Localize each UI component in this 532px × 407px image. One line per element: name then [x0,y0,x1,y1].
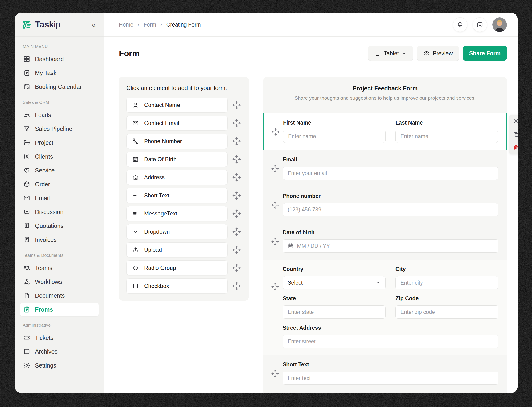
field-country: Country Select [283,266,386,289]
eye-icon [423,50,430,57]
sidebar-item-documents[interactable]: Documents [20,289,99,302]
sidebar-item-froms[interactable]: Froms [20,303,99,316]
field-block-email[interactable]: Email [263,150,507,187]
zip-input[interactable] [395,305,498,319]
sidebar-item-discussion[interactable]: Discussion [20,205,99,219]
share-form-button[interactable]: Share Form [463,46,507,61]
elements-heading: Click an element to add it to your form: [126,85,241,91]
state-input[interactable] [283,305,386,319]
sidebar-item-tickets[interactable]: Tickets [20,331,99,344]
sidebar-item-project[interactable]: Project [20,136,99,149]
element-row: Dropdown [126,224,241,239]
field-label: Street Address [283,325,498,331]
inbox-button[interactable] [473,17,487,32]
sidebar-item-email[interactable]: Email [20,192,99,205]
upload-icon [132,247,139,253]
move-icon[interactable] [271,237,279,246]
square-icon [132,283,139,289]
move-icon[interactable] [271,282,279,291]
field-block-phone[interactable]: Phone number [263,187,507,223]
field-block-dob[interactable]: Date of birth [263,223,507,260]
breadcrumb-home[interactable]: Home [119,22,133,28]
sidebar-collapse-icon[interactable]: « [90,20,97,30]
taskip-logo-icon [21,19,32,30]
field-block-short-text-1[interactable]: Short Text [263,355,507,392]
element-checkbox[interactable]: Checkbox [126,278,228,294]
drag-handle-icon[interactable] [232,281,241,291]
brand-logo[interactable]: Taskip [21,19,60,30]
sidebar-item-dashboard[interactable]: Dashboard [20,52,99,66]
element-date-of-birth[interactable]: Date Of Birth [126,152,228,167]
avatar[interactable] [492,17,507,32]
sidebar-item-invoices[interactable]: Invoices [20,233,99,246]
sidebar-item-order[interactable]: Order [20,178,99,191]
drag-handle-icon[interactable] [232,155,241,164]
sidebar-item-service[interactable]: Service [20,164,99,177]
drag-handle-icon[interactable] [232,100,241,110]
sidebar-item-settings[interactable]: Settings [20,359,99,372]
device-select-button[interactable]: Tablet [368,46,413,61]
dob-input[interactable] [297,243,493,249]
last-name-input[interactable] [395,130,498,143]
id-card-icon [23,153,30,160]
element-contact-email[interactable]: Contact Email [126,116,228,131]
element-address[interactable]: Address [126,170,228,185]
drag-handle-icon[interactable] [232,118,241,128]
drag-handle-icon[interactable] [232,173,241,182]
element-row: Address [126,170,241,185]
move-icon[interactable] [271,201,279,209]
move-icon[interactable] [271,369,279,378]
sidebar-item-quotations[interactable]: Quotations [20,219,99,232]
chevron-down-icon [375,280,381,286]
form-rows: First Name Last Name [263,113,507,393]
sidebar-item-clients[interactable]: Clients [20,150,99,163]
receipt-icon [23,236,30,243]
drag-handle-icon[interactable] [232,245,241,254]
move-icon[interactable] [271,128,280,136]
element-contact-name[interactable]: Contact Name [126,98,228,113]
sidebar-item-leads[interactable]: Leads [20,108,99,121]
field-duplicate-button[interactable] [509,128,518,141]
first-name-input[interactable] [283,130,386,143]
drag-handle-icon[interactable] [232,263,241,273]
sidebar-item-workflows[interactable]: Workflows [20,275,99,288]
phone-input[interactable] [283,203,498,216]
field-block-name[interactable]: First Name Last Name [263,113,507,150]
inbox-tray-icon [476,21,483,28]
drag-handle-icon[interactable] [232,227,241,236]
field-block-address[interactable]: Country Select City [263,260,507,355]
field-settings-button[interactable] [509,115,518,128]
element-short-text[interactable]: Short Text [126,188,228,203]
field-label: Zip Code [395,295,498,302]
sidebar-item-booking-calendar[interactable]: Booking Calendar [20,80,99,93]
breadcrumb-form[interactable]: Form [144,22,156,28]
field-state: State [283,295,386,319]
drag-handle-icon[interactable] [232,209,241,218]
topbar-actions [453,17,507,32]
street-input[interactable] [283,335,498,348]
short-text-input[interactable] [283,372,498,385]
preview-button[interactable]: Preview [417,46,459,61]
sidebar-item-teams[interactable]: Teams [20,261,99,274]
sidebar: Taskip « MAIN MENU Dashboard My Task Boo… [15,13,104,393]
country-select[interactable]: Select [283,276,386,289]
element-radio-group[interactable]: Radio Group [126,260,228,275]
element-phone-number[interactable]: Phone Number [126,134,228,149]
sidebar-item-archives[interactable]: Archives [20,345,99,358]
drag-handle-icon[interactable] [232,137,241,146]
move-icon[interactable] [271,164,279,173]
element-row: Upload [126,242,241,257]
notifications-button[interactable] [453,17,467,32]
element-upload[interactable]: Upload [126,242,228,257]
field-block-short-text-2[interactable]: Short Text [263,392,507,393]
page-header: Form Tablet Preview Share Form [119,46,507,61]
city-input[interactable] [395,276,498,289]
breadcrumb-current: Creating Form [166,22,201,28]
element-dropdown[interactable]: Dropdown [126,224,228,239]
sidebar-item-sales-pipeline[interactable]: Sales Pipeline [20,122,99,135]
field-delete-button[interactable] [509,141,518,154]
element-message-text[interactable]: MessageText [126,206,228,221]
sidebar-item-my-task[interactable]: My Task [20,66,99,79]
email-input[interactable] [283,167,498,180]
drag-handle-icon[interactable] [232,191,241,200]
